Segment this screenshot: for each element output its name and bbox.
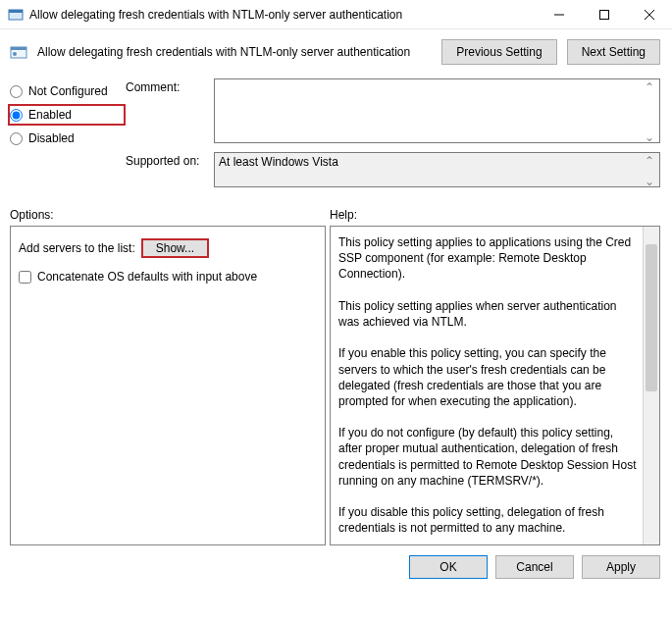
maximize-button[interactable]	[582, 0, 627, 28]
ok-button[interactable]: OK	[409, 555, 488, 579]
policy-title: Allow delegating fresh credentials with …	[37, 45, 432, 59]
state-column: Not Configured Enabled Disabled	[10, 78, 126, 190]
concat-checkbox[interactable]	[19, 271, 31, 284]
help-scroll-thumb[interactable]	[646, 244, 657, 391]
apply-button[interactable]: Apply	[582, 555, 660, 579]
radio-disabled[interactable]: Disabled	[10, 126, 126, 151]
policy-large-icon	[10, 43, 27, 61]
options-heading: Options:	[10, 208, 330, 222]
comment-row: Comment: ⌃⌄	[126, 78, 660, 146]
supported-label: Supported on:	[126, 152, 206, 168]
radio-not-configured-label: Not Configured	[28, 84, 108, 98]
panels: Add servers to the list: Show... Concate…	[0, 226, 672, 545]
radio-enabled[interactable]: Enabled	[8, 104, 126, 126]
section-labels: Options: Help:	[0, 192, 672, 226]
previous-setting-button[interactable]: Previous Setting	[441, 39, 556, 65]
radio-not-configured-input[interactable]	[10, 85, 23, 98]
policy-icon	[8, 7, 24, 23]
add-servers-label: Add servers to the list:	[19, 241, 135, 255]
comment-input[interactable]	[214, 78, 660, 143]
supported-value	[214, 152, 660, 187]
cancel-button[interactable]: Cancel	[495, 555, 574, 579]
header-row: Allow delegating fresh credentials with …	[0, 29, 672, 75]
show-button[interactable]: Show...	[141, 238, 209, 258]
concat-checkbox-row[interactable]: Concatenate OS defaults with input above	[19, 270, 317, 284]
help-heading: Help:	[330, 208, 357, 222]
title-bar: Allow delegating fresh credentials with …	[0, 0, 672, 29]
radio-disabled-label: Disabled	[28, 131, 75, 145]
options-panel: Add servers to the list: Show... Concate…	[10, 226, 326, 545]
help-panel: This policy setting applies to applicati…	[330, 226, 660, 545]
radio-enabled-input[interactable]	[10, 109, 23, 122]
concat-label: Concatenate OS defaults with input above	[37, 270, 257, 284]
footer: OK Cancel Apply	[0, 545, 672, 589]
window-title: Allow delegating fresh credentials with …	[29, 8, 537, 22]
window-controls	[537, 0, 672, 28]
fields-column: Comment: ⌃⌄ Supported on: ⌃⌄	[126, 78, 660, 190]
add-servers-row: Add servers to the list: Show...	[19, 238, 317, 258]
svg-rect-1	[9, 10, 23, 13]
help-text: This policy setting applies to applicati…	[338, 234, 638, 545]
close-button[interactable]	[627, 0, 672, 28]
help-scrollbar[interactable]	[643, 227, 659, 544]
radio-enabled-label: Enabled	[28, 108, 72, 122]
svg-rect-3	[600, 10, 609, 19]
upper-area: Not Configured Enabled Disabled Comment:…	[0, 75, 672, 192]
supported-row: Supported on: ⌃⌄	[126, 152, 660, 190]
comment-label: Comment:	[126, 78, 206, 94]
svg-point-8	[13, 52, 17, 56]
radio-not-configured[interactable]: Not Configured	[10, 78, 126, 104]
next-setting-button[interactable]: Next Setting	[567, 39, 660, 65]
radio-disabled-input[interactable]	[10, 132, 23, 145]
minimize-button[interactable]	[537, 0, 582, 28]
svg-rect-7	[11, 47, 26, 50]
